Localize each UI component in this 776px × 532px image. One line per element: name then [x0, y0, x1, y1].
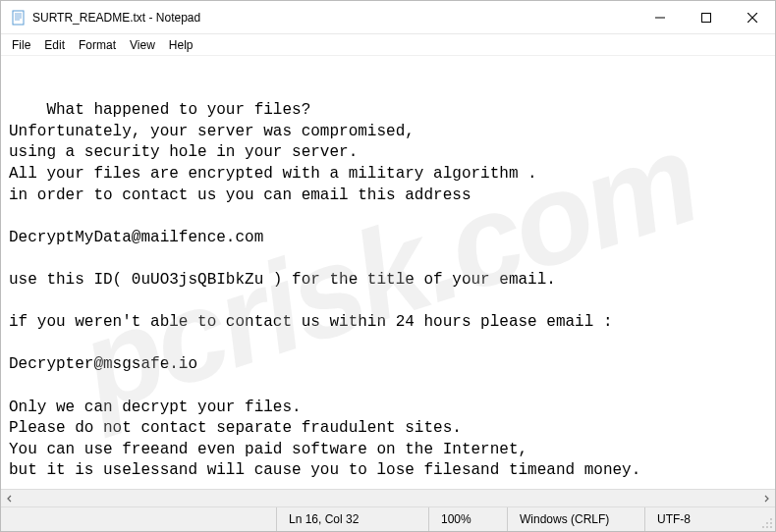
close-button[interactable] — [729, 1, 775, 33]
scroll-left-arrow[interactable] — [1, 490, 19, 507]
scroll-right-arrow[interactable] — [757, 490, 775, 507]
titlebar: SURTR_README.txt - Notepad — [1, 1, 775, 34]
svg-point-11 — [766, 522, 768, 524]
document-text: What happened to your files? Unfortunate… — [9, 101, 640, 479]
menu-edit[interactable]: Edit — [37, 36, 72, 54]
svg-point-12 — [770, 526, 772, 528]
scroll-track[interactable] — [19, 490, 757, 506]
status-encoding: UTF-8 — [644, 507, 757, 531]
window-title: SURTR_README.txt - Notepad — [32, 11, 637, 25]
notepad-icon — [11, 10, 27, 26]
minimize-button[interactable] — [637, 1, 683, 33]
resize-grip[interactable] — [757, 507, 775, 531]
window-controls — [637, 1, 775, 33]
svg-point-13 — [766, 526, 768, 528]
notepad-window: SURTR_README.txt - Notepad File Edit For… — [0, 0, 776, 532]
svg-point-10 — [770, 522, 772, 524]
svg-rect-6 — [701, 13, 710, 22]
status-cursor-position: Ln 16, Col 32 — [276, 507, 428, 531]
status-spacer — [1, 507, 276, 531]
menu-help[interactable]: Help — [162, 36, 200, 54]
menu-file[interactable]: File — [5, 36, 37, 54]
menubar: File Edit Format View Help — [1, 34, 775, 56]
statusbar: Ln 16, Col 32 100% Windows (CRLF) UTF-8 — [1, 506, 775, 531]
svg-point-14 — [762, 526, 764, 528]
menu-view[interactable]: View — [123, 36, 162, 54]
maximize-button[interactable] — [683, 1, 729, 33]
horizontal-scrollbar[interactable] — [1, 489, 775, 506]
text-editor-area[interactable]: pcrisk.com What happened to your files? … — [1, 56, 775, 489]
menu-format[interactable]: Format — [72, 36, 123, 54]
status-line-ending: Windows (CRLF) — [507, 507, 644, 531]
status-zoom: 100% — [428, 507, 507, 531]
svg-point-9 — [770, 518, 772, 520]
